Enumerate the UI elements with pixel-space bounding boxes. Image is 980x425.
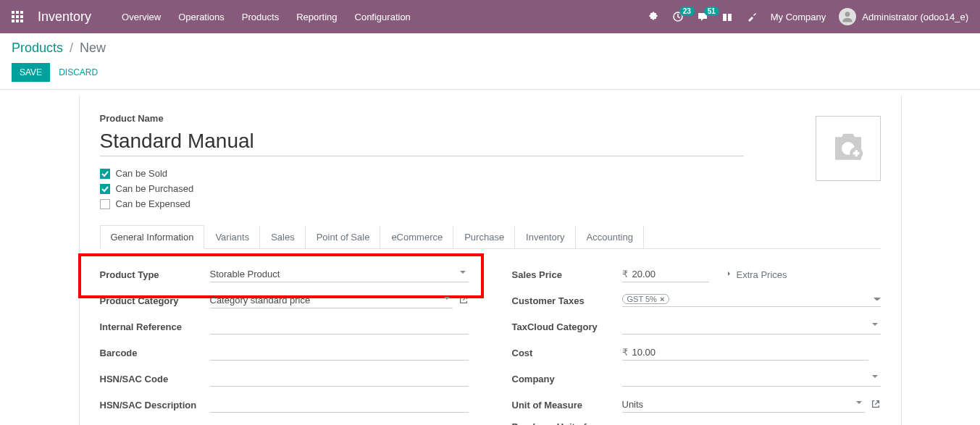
can-be-purchased-label: Can be Purchased [116, 183, 194, 194]
customer-taxes-label: Customer Taxes [512, 295, 622, 306]
can-be-purchased-checkbox[interactable] [100, 184, 110, 194]
tab-point-of-sale[interactable]: Point of Sale [306, 225, 381, 248]
breadcrumb-current: New [80, 41, 106, 55]
app-brand[interactable]: Inventory [38, 9, 91, 25]
tab-purchase[interactable]: Purchase [453, 225, 515, 248]
tab-sales[interactable]: Sales [260, 225, 306, 248]
avatar-icon [839, 8, 856, 25]
can-be-expensed-checkbox[interactable] [100, 199, 110, 209]
activity-badge: 23 [679, 7, 695, 16]
product-name-label: Product Name [100, 113, 816, 124]
taxcloud-label: TaxCloud Category [512, 321, 622, 332]
svg-rect-3 [726, 14, 728, 21]
tab-variants[interactable]: Variants [204, 225, 260, 248]
main-menu: Overview Operations Products Reporting C… [122, 12, 411, 22]
nav-right: 23 51 My Company Administrator (odoo14_e… [648, 8, 968, 25]
product-type-select[interactable] [210, 266, 469, 282]
breadcrumb-root[interactable]: Products [12, 41, 63, 55]
company-select[interactable] [622, 371, 881, 387]
taxcloud-select[interactable] [622, 319, 881, 334]
tab-accounting[interactable]: Accounting [576, 225, 644, 248]
breadcrumb-sep: / [70, 41, 73, 55]
can-be-sold-checkbox[interactable] [100, 169, 110, 179]
menu-reporting[interactable]: Reporting [296, 12, 337, 22]
cost-label: Cost [512, 348, 622, 358]
right-column: Sales Price ₹ Extra Prices Customer Taxe… [512, 265, 881, 425]
product-category-select[interactable] [210, 293, 453, 308]
company-switcher[interactable]: My Company [771, 12, 826, 22]
breadcrumb: Products / New [12, 41, 968, 56]
external-link-icon[interactable] [871, 399, 881, 411]
barcode-label: Barcode [100, 348, 210, 358]
hsn-desc-label: HSN/SAC Description [100, 400, 210, 411]
menu-overview[interactable]: Overview [122, 12, 161, 22]
tab-ecommerce[interactable]: eCommerce [380, 225, 453, 248]
tools-icon[interactable] [746, 11, 758, 22]
extra-prices-link[interactable]: Extra Prices [724, 269, 787, 280]
cost-input[interactable] [632, 345, 868, 360]
hsn-code-input[interactable] [210, 371, 469, 387]
currency-symbol: ₹ [622, 347, 628, 358]
purchase-uom-label: Purchase Unit of Measure [512, 421, 622, 425]
barcode-input[interactable] [210, 345, 469, 361]
sales-price-input[interactable] [632, 266, 709, 282]
menu-operations[interactable]: Operations [178, 12, 225, 22]
uom-select[interactable] [622, 397, 865, 413]
messages-badge: 51 [704, 7, 719, 16]
sales-price-label: Sales Price [512, 269, 622, 280]
extra-prices-label: Extra Prices [737, 269, 787, 280]
discard-button[interactable]: DISCARD [59, 67, 98, 77]
form-sheet: Product Name Can be Sold Can be Purchase… [79, 96, 902, 425]
tabs: General Information Variants Sales Point… [100, 225, 881, 249]
company-label: Company [512, 374, 622, 384]
action-buttons: SAVE DISCARD [12, 63, 968, 82]
product-name-input[interactable] [100, 130, 744, 156]
save-button[interactable]: SAVE [12, 63, 50, 82]
product-image-upload[interactable] [816, 116, 881, 181]
activity-icon[interactable]: 23 [672, 11, 684, 22]
user-name: Administrator (odoo14_e) [862, 12, 968, 22]
user-menu[interactable]: Administrator (odoo14_e) [839, 8, 968, 25]
menu-configuration[interactable]: Configuration [355, 12, 411, 22]
product-category-label: Product Category [100, 295, 210, 306]
uom-label: Unit of Measure [512, 400, 622, 411]
svg-point-4 [845, 12, 850, 17]
apps-icon[interactable] [12, 11, 23, 22]
left-column: Product Type Product Category [100, 265, 469, 425]
chevron-down-icon [874, 298, 881, 300]
control-bar: Products / New SAVE DISCARD [0, 33, 980, 82]
can-be-sold-label: Can be Sold [116, 168, 168, 179]
fields-pane: Product Type Product Category [100, 249, 881, 425]
product-type-label: Product Type [100, 269, 210, 280]
gift-icon[interactable] [721, 11, 733, 22]
hsn-code-label: HSN/SAC Code [100, 374, 210, 384]
arrow-right-icon [724, 269, 732, 280]
tab-inventory[interactable]: Inventory [515, 225, 575, 248]
can-be-expensed-label: Can be Expensed [116, 198, 190, 209]
tax-tag-label: GST 5% [627, 295, 657, 303]
messages-icon[interactable]: 51 [697, 11, 708, 22]
bug-icon[interactable] [648, 11, 659, 22]
internal-reference-input[interactable] [210, 319, 469, 334]
menu-products[interactable]: Products [242, 12, 279, 22]
currency-symbol: ₹ [622, 269, 628, 279]
external-link-icon[interactable] [458, 295, 469, 307]
hsn-desc-input[interactable] [210, 397, 469, 413]
tab-general-information[interactable]: General Information [100, 225, 205, 249]
internal-reference-label: Internal Reference [100, 321, 210, 332]
top-navbar: Inventory Overview Operations Products R… [0, 0, 980, 33]
tax-tag[interactable]: GST 5% × [622, 294, 670, 304]
tax-remove-icon[interactable]: × [660, 295, 664, 303]
